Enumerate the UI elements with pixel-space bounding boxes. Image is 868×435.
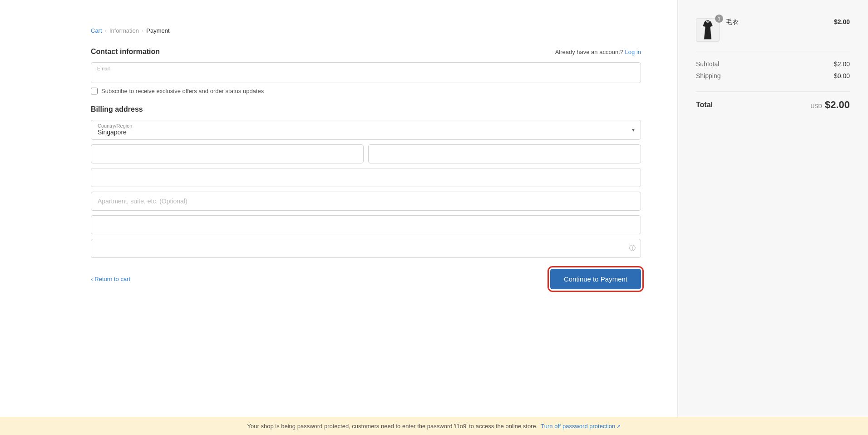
address-input[interactable] (91, 168, 641, 187)
email-input[interactable] (91, 62, 641, 83)
form-actions: ‹ Return to cart Continue to Payment (91, 269, 641, 289)
login-link[interactable]: Log in (625, 49, 641, 55)
postal-input[interactable] (91, 239, 641, 258)
last-name-input[interactable] (368, 144, 641, 163)
total-amount: $2.00 (825, 99, 850, 111)
country-select[interactable]: Singapore (98, 129, 634, 136)
svg-point-0 (706, 20, 709, 22)
apartment-input[interactable] (91, 192, 641, 211)
billing-title: Billing address (91, 105, 641, 114)
return-link-label: Return to cart (94, 276, 130, 282)
turn-off-password-link[interactable]: Turn off password protection (541, 423, 621, 430)
info-icon[interactable]: ⓘ (629, 244, 636, 252)
name-row (91, 144, 641, 163)
shipping-label: Shipping (696, 72, 721, 79)
item-image-wrapper: 1 (696, 18, 720, 42)
city-input[interactable] (91, 215, 641, 234)
item-name: 毛衣 (726, 18, 739, 26)
item-details: 毛衣 $2.00 (726, 18, 850, 26)
page-wrapper: Cart › Information › Payment Contact inf… (0, 0, 868, 435)
email-field-wrapper: Email (91, 62, 641, 88)
breadcrumb-sep-1: › (105, 27, 107, 34)
item-quantity-badge: 1 (715, 15, 723, 23)
password-message: Your shop is being password protected, c… (247, 423, 538, 430)
left-panel: Cart › Information › Payment Contact inf… (0, 0, 677, 435)
subscribe-row: Subscribe to receive exclusive offers an… (91, 88, 641, 94)
country-select-inner: Country/Region Singapore (91, 120, 641, 140)
country-label: Country/Region (98, 123, 634, 129)
subscribe-label: Subscribe to receive exclusive offers an… (101, 88, 264, 94)
order-item: 1 毛衣 $2.00 (696, 18, 850, 51)
return-to-cart-link[interactable]: ‹ Return to cart (91, 276, 130, 282)
subtotal-row: Subtotal $2.00 (696, 60, 850, 68)
postal-field-wrapper: ⓘ (91, 239, 641, 258)
subscribe-checkbox[interactable] (91, 88, 98, 94)
contact-section-header: Contact information Already have an acco… (91, 48, 641, 56)
first-name-input[interactable] (91, 144, 364, 163)
contact-title: Contact information (91, 48, 160, 56)
breadcrumb: Cart › Information › Payment (91, 27, 641, 34)
shipping-row: Shipping $0.00 (696, 72, 850, 79)
total-label: Total (696, 101, 713, 109)
total-currency: USD (811, 103, 822, 109)
total-value-group: USD $2.00 (811, 99, 850, 111)
password-banner: Your shop is being password protected, c… (0, 417, 868, 435)
item-price: $2.00 (834, 18, 850, 25)
breadcrumb-cart[interactable]: Cart (91, 27, 102, 34)
breadcrumb-information: Information (109, 27, 139, 34)
subtotal-value: $2.00 (834, 60, 850, 68)
login-prompt: Already have an account? Log in (555, 49, 641, 55)
continue-to-payment-button[interactable]: Continue to Payment (550, 269, 641, 289)
breadcrumb-payment: Payment (146, 27, 169, 34)
right-panel: 1 毛衣 $2.00 Subtotal $2.00 Shipping $0.00… (677, 0, 868, 435)
subtotal-label: Subtotal (696, 60, 719, 68)
back-chevron-icon: ‹ (91, 276, 93, 282)
dress-svg-icon (700, 20, 716, 40)
total-row: Total USD $2.00 (696, 91, 850, 111)
country-select-wrapper: Country/Region Singapore ▾ (91, 120, 641, 140)
shipping-value: $0.00 (834, 72, 850, 79)
breadcrumb-sep-2: › (142, 27, 143, 34)
